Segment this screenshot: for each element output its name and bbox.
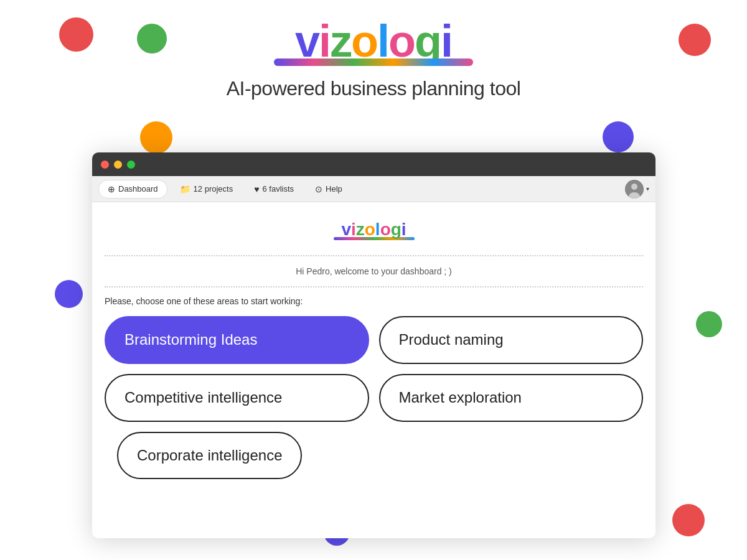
browser-titlebar [92, 152, 655, 176]
help-icon: ⊙ [315, 184, 322, 194]
deco-circle-6 [55, 280, 83, 308]
dotted-divider-top [105, 255, 643, 256]
user-avatar-button[interactable]: ▾ [625, 180, 649, 198]
deco-circle-4 [603, 121, 634, 152]
deco-circle-7 [696, 311, 722, 337]
logo-underline [274, 58, 473, 66]
inner-o1: o [365, 220, 375, 239]
dashboard-icon: ⊕ [108, 184, 115, 194]
area-btn-competitive-intelligence[interactable]: Competitive intelligence [105, 374, 369, 422]
logo-text: vizologi [295, 19, 452, 63]
nav-tab-favlists[interactable]: ♥ 6 favlists [245, 180, 303, 198]
tagline: AI-powered business planning tool [0, 77, 747, 100]
browser-navbar: ⊕ Dashboard 📁 12 projects ♥ 6 favlists ⊙… [92, 176, 655, 202]
projects-icon: 📁 [180, 184, 190, 194]
inner-i1: i [351, 220, 356, 239]
welcome-message: Hi Pedro, welcome to your dashboard ; ) [92, 261, 655, 281]
nav-tab-help-label: Help [326, 184, 342, 194]
inner-i2: i [402, 220, 406, 239]
inner-logo-text: vizologi [341, 220, 406, 240]
dotted-divider-bottom [105, 286, 643, 287]
inner-z: z [356, 220, 365, 239]
inner-o2: o [380, 220, 391, 239]
area-btn-market-exploration[interactable]: Market exploration [379, 374, 644, 422]
area-btn-product-naming[interactable]: Product naming [379, 316, 644, 364]
deco-circle-3 [140, 121, 172, 154]
nav-tab-help[interactable]: ⊙ Help [306, 180, 351, 198]
areas-grid: Brainstorming Ideas Product naming Compe… [92, 316, 655, 422]
inner-g: g [391, 220, 402, 239]
traffic-light-yellow[interactable] [114, 161, 122, 169]
browser-content: vizologi Hi Pedro, welcome to your dashb… [92, 202, 655, 479]
nav-tab-projects[interactable]: 📁 12 projects [171, 180, 242, 198]
svg-point-1 [631, 184, 637, 190]
browser-window: ⊕ Dashboard 📁 12 projects ♥ 6 favlists ⊙… [92, 152, 655, 538]
choose-label: Please, choose one of these areas to sta… [105, 296, 643, 306]
nav-tab-dashboard-label: Dashboard [118, 184, 158, 194]
traffic-light-green[interactable] [127, 161, 135, 169]
inner-logo-area: vizologi [92, 202, 655, 250]
logo-underline-container [0, 58, 747, 66]
nav-tab-favlists-label: 6 favlists [263, 184, 294, 194]
inner-l: l [375, 220, 380, 239]
top-hero: vizologi AI-powered business planning to… [0, 0, 747, 100]
area-btn-corporate-intelligence[interactable]: Corporate intelligence [117, 432, 302, 479]
solo-area-row: Corporate intelligence [92, 432, 655, 479]
area-btn-brainstorming[interactable]: Brainstorming Ideas [105, 316, 369, 364]
nav-tab-projects-label: 12 projects [194, 184, 233, 194]
inner-v: v [341, 220, 351, 239]
deco-circle-10 [672, 504, 705, 536]
favlists-icon: ♥ [254, 184, 259, 194]
main-logo: vizologi [0, 19, 747, 66]
traffic-light-red[interactable] [101, 161, 109, 169]
nav-tab-dashboard[interactable]: ⊕ Dashboard [98, 180, 167, 198]
chevron-down-icon: ▾ [646, 185, 649, 192]
avatar [625, 180, 644, 198]
